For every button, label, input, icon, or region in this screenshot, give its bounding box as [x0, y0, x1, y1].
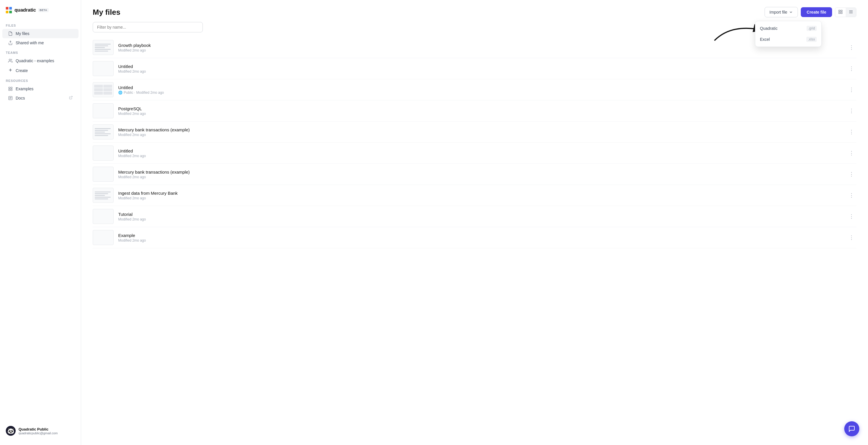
shared-with-me-label: Shared with me — [16, 40, 44, 45]
list-view-button[interactable] — [846, 8, 856, 17]
file-meta: Modified 2mo ago — [118, 48, 842, 53]
file-row[interactable]: Mercury bank transactions (example) Modi… — [93, 122, 857, 143]
file-meta: Modified 2mo ago — [118, 217, 842, 221]
file-info: Mercury bank transactions (example) Modi… — [118, 170, 842, 179]
files-section-label: FILES — [0, 20, 81, 29]
examples-label: Examples — [16, 87, 33, 91]
file-more-button[interactable]: ⋮ — [846, 64, 857, 73]
file-meta: Modified 2mo ago — [118, 69, 842, 73]
chevron-down-icon — [789, 10, 793, 14]
file-info: Mercury bank transactions (example) Modi… — [118, 127, 842, 137]
file-more-button[interactable]: ⋮ — [846, 170, 857, 178]
file-info: Ingest data from Mercury Bank Modified 2… — [118, 191, 842, 200]
file-more-button[interactable]: ⋮ — [846, 85, 857, 94]
svg-rect-14 — [841, 10, 842, 11]
file-row[interactable]: PostgreSQL Modified 2mo ago ⋮ — [93, 100, 857, 122]
dropdown-quadratic[interactable]: Quadratic .grid — [755, 23, 822, 34]
svg-rect-16 — [841, 12, 842, 13]
grid-view-button[interactable] — [835, 8, 846, 17]
file-meta: Modified 2mo ago — [118, 112, 842, 116]
file-thumbnail — [93, 188, 114, 203]
file-row[interactable]: Mercury bank transactions (example) Modi… — [93, 164, 857, 185]
file-info: Untitled Modified 2mo ago — [118, 148, 842, 158]
quadratic-option-name: Quadratic — [760, 26, 778, 31]
file-info: Tutorial Modified 2mo ago — [118, 212, 842, 221]
user-profile[interactable]: 🐼 Quadratic Public quadraticpublic@gmail… — [0, 421, 81, 440]
main-header: My files Import file Create file — [81, 0, 868, 22]
filter-input[interactable] — [93, 22, 203, 32]
team-icon — [8, 59, 13, 63]
file-icon — [8, 31, 13, 36]
svg-rect-7 — [11, 89, 12, 91]
user-name: Quadratic Public — [19, 427, 58, 432]
create-label: Create file — [807, 10, 826, 14]
sidebar-item-shared-with-me[interactable]: Shared with me — [2, 38, 79, 47]
file-more-button[interactable]: ⋮ — [846, 43, 857, 52]
logo-area[interactable]: quadratic BETA — [0, 5, 81, 20]
chat-button[interactable] — [844, 421, 859, 436]
file-name: Growth playbook — [118, 43, 842, 48]
file-thumbnail — [93, 103, 114, 118]
sidebar-item-quadratic-examples[interactable]: Quadratic - examples — [2, 56, 79, 65]
team-label: Quadratic - examples — [16, 59, 54, 63]
my-files-label: My files — [16, 31, 29, 36]
svg-point-1 — [9, 59, 10, 61]
create-label: Create — [16, 68, 28, 73]
file-more-button[interactable]: ⋮ — [846, 212, 857, 221]
sidebar-item-examples[interactable]: Examples — [2, 84, 79, 94]
file-meta: Modified 2mo ago — [118, 154, 842, 158]
excel-option-ext: .xlsx — [806, 37, 817, 42]
avatar: 🐼 — [6, 426, 16, 436]
svg-rect-13 — [839, 10, 840, 11]
file-name: Ingest data from Mercury Bank — [118, 191, 842, 196]
docs-icon — [8, 96, 13, 100]
resources-section-label: RESOURCES — [0, 75, 81, 84]
file-name: PostgreSQL — [118, 106, 842, 111]
import-file-button[interactable]: Import file — [765, 7, 798, 18]
file-thumbnail — [93, 167, 114, 182]
external-link-icon — [69, 96, 73, 100]
file-row[interactable]: Growth playbook Modified 2mo ago ⋮ — [93, 37, 857, 58]
file-row[interactable]: Example Modified 2mo ago ⋮ — [93, 227, 857, 248]
dropdown-excel[interactable]: Excel .xlsx — [755, 34, 822, 45]
page-title: My files — [93, 8, 120, 17]
svg-rect-15 — [839, 12, 840, 13]
file-row[interactable]: Ingest data from Mercury Bank Modified 2… — [93, 185, 857, 206]
sidebar-item-my-files[interactable]: My files — [2, 29, 79, 38]
file-list: Growth playbook Modified 2mo ago ⋮ Untit… — [81, 37, 868, 445]
file-row[interactable]: Untitled Modified 2mo ago ⋮ — [93, 143, 857, 164]
file-info: Example Modified 2mo ago — [118, 233, 842, 242]
quadratic-option-ext: .grid — [807, 26, 817, 31]
file-row[interactable]: Untitled Modified 2mo ago ⋮ — [93, 58, 857, 79]
sidebar-item-docs[interactable]: Docs — [2, 94, 79, 103]
file-row[interactable]: Tutorial Modified 2mo ago ⋮ — [93, 206, 857, 227]
svg-rect-5 — [11, 87, 12, 89]
file-name: Untitled — [118, 148, 842, 153]
file-info: Untitled 🌐 Public · Modified 2mo ago — [118, 85, 842, 95]
file-name: Mercury bank transactions (example) — [118, 170, 842, 174]
file-name: Untitled — [118, 85, 842, 90]
app-name: quadratic — [14, 7, 36, 13]
beta-badge: BETA — [38, 8, 49, 12]
create-team-item[interactable]: Create — [2, 65, 79, 75]
file-more-button[interactable]: ⋮ — [846, 191, 857, 200]
excel-option-name: Excel — [760, 37, 770, 42]
public-icon: 🌐 — [118, 91, 123, 95]
file-name: Tutorial — [118, 212, 842, 217]
create-file-button[interactable]: Create file — [801, 7, 832, 17]
file-name: Mercury bank transactions (example) — [118, 127, 842, 132]
file-more-button[interactable]: ⋮ — [846, 233, 857, 242]
user-info: Quadratic Public quadraticpublic@gmail.c… — [19, 427, 58, 435]
user-email: quadraticpublic@gmail.com — [19, 432, 58, 435]
svg-rect-4 — [9, 87, 10, 89]
file-meta: Modified 2mo ago — [118, 133, 842, 137]
file-more-button[interactable]: ⋮ — [846, 128, 857, 136]
file-thumbnail — [93, 209, 114, 224]
file-meta: Modified 2mo ago — [118, 238, 842, 242]
file-row[interactable]: Untitled 🌐 Public · Modified 2mo ago ⋮ — [93, 79, 857, 100]
header-actions: Import file Create file — [765, 7, 857, 18]
file-more-button[interactable]: ⋮ — [846, 149, 857, 158]
file-meta: 🌐 Public · Modified 2mo ago — [118, 91, 842, 95]
examples-icon — [8, 87, 13, 91]
file-more-button[interactable]: ⋮ — [846, 106, 857, 115]
